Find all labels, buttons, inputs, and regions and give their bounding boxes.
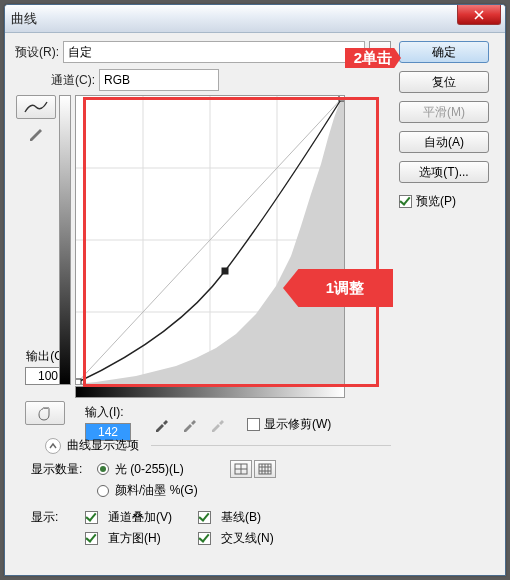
show-clipping-label: 显示修剪(W): [264, 416, 331, 433]
cb-channel-overlay-label: 通道叠加(V): [108, 509, 192, 526]
title-bar[interactable]: 曲线: [5, 5, 505, 33]
curves-dialog: 曲线 预设(R): 自定 通道(C): RGB: [4, 4, 506, 576]
curve-panel[interactable]: [75, 95, 345, 385]
svg-rect-10: [76, 379, 81, 384]
eyedropper-icon: [181, 417, 197, 433]
grid-coarse-button[interactable]: [230, 460, 252, 478]
svg-rect-11: [222, 268, 228, 274]
show-clipping-checkbox[interactable]: [247, 418, 260, 431]
section-toggle[interactable]: [45, 438, 61, 454]
ok-button[interactable]: 确定: [399, 41, 489, 63]
preview-checkbox[interactable]: [399, 195, 412, 208]
radio-pigment-label: 颜料/油墨 %(G): [115, 482, 198, 499]
input-gradient: [75, 386, 345, 398]
targeted-adjust-button[interactable]: [25, 401, 65, 425]
preset-select[interactable]: 自定: [63, 41, 365, 63]
callout-1: 1调整: [283, 269, 393, 307]
cb-histogram-label: 直方图(H): [108, 530, 192, 547]
smooth-button: 平滑(M): [399, 101, 489, 123]
cb-baseline-label: 基线(B): [221, 509, 261, 526]
curve-graph: [76, 96, 344, 384]
cb-channel-overlay[interactable]: [85, 511, 98, 524]
curve-icon: [23, 100, 49, 114]
preset-label: 预设(R):: [15, 44, 59, 61]
preset-value: 自定: [68, 44, 92, 61]
channel-select[interactable]: RGB: [99, 69, 219, 91]
callout-2: 2单击: [345, 48, 401, 68]
reset-button[interactable]: 复位: [399, 71, 489, 93]
hand-icon: [35, 405, 55, 421]
cb-intersection[interactable]: [198, 532, 211, 545]
close-button[interactable]: [457, 5, 501, 25]
eyedropper-gray[interactable]: [179, 415, 199, 435]
output-gradient: [59, 95, 71, 385]
display-amount-label: 显示数量:: [31, 461, 91, 478]
radio-light-label: 光 (0-255)(L): [115, 461, 184, 478]
chevron-up-icon: [49, 442, 57, 450]
pencil-icon: [29, 128, 43, 142]
section-title: 曲线显示选项: [67, 437, 139, 454]
pencil-tool-button[interactable]: [16, 123, 56, 147]
input-label: 输入(I):: [85, 404, 131, 421]
radio-pigment[interactable]: [97, 485, 109, 497]
grid-icon: [258, 463, 272, 475]
grid-fine-button[interactable]: [254, 460, 276, 478]
grid-icon: [234, 463, 248, 475]
show-label: 显示:: [31, 509, 79, 526]
auto-button[interactable]: 自动(A): [399, 131, 489, 153]
options-button[interactable]: 选项(T)...: [399, 161, 489, 183]
radio-light[interactable]: [97, 463, 109, 475]
dialog-title: 曲线: [11, 10, 37, 28]
divider: [151, 445, 391, 446]
cb-baseline[interactable]: [198, 511, 211, 524]
eyedropper-white[interactable]: [207, 415, 227, 435]
eyedropper-icon: [209, 417, 225, 433]
svg-rect-12: [339, 96, 344, 101]
eyedropper-black[interactable]: [151, 415, 171, 435]
channel-value: RGB: [104, 73, 130, 87]
channel-label: 通道(C):: [51, 72, 95, 89]
close-icon: [474, 10, 484, 20]
cb-histogram[interactable]: [85, 532, 98, 545]
preview-label: 预览(P): [416, 193, 456, 210]
cb-intersection-label: 交叉线(N): [221, 530, 274, 547]
curve-tool-button[interactable]: [16, 95, 56, 119]
eyedropper-icon: [153, 417, 169, 433]
